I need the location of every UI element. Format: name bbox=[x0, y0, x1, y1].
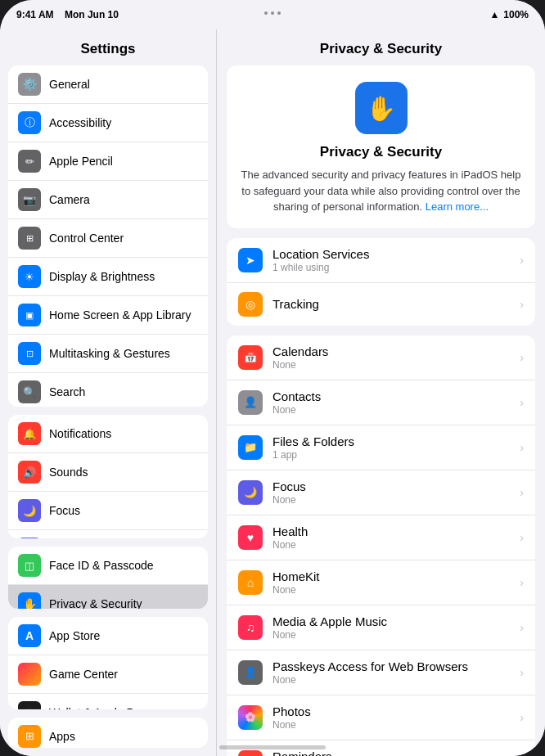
sidebar-label-game-center: Game Center bbox=[49, 668, 118, 681]
calendars-subtitle: None bbox=[272, 359, 520, 371]
sidebar-item-display[interactable]: ☀ Display & Brightness bbox=[8, 258, 208, 296]
focus-chevron: › bbox=[520, 486, 524, 499]
health-chevron: › bbox=[520, 531, 524, 544]
privacy-hand-icon: ✋ bbox=[366, 94, 396, 123]
privacy-card-desc: The advanced security and privacy featur… bbox=[240, 167, 522, 215]
contacts-icon: 👤 bbox=[238, 390, 263, 415]
passkeys-content: Passkeys Access for Web Browsers None bbox=[272, 659, 520, 686]
general-icon: ⚙️ bbox=[18, 73, 41, 96]
media-music-icon: ♫ bbox=[238, 615, 263, 640]
row-files-folders[interactable]: 📁 Files & Folders 1 app › bbox=[227, 425, 535, 470]
sidebar-label-face-id: Face ID & Passcode bbox=[49, 559, 154, 572]
status-date: Mon Jun 10 bbox=[65, 9, 119, 20]
wallet-icon: ▣ bbox=[18, 701, 41, 709]
homekit-chevron: › bbox=[520, 576, 524, 589]
search-icon: 🔍 bbox=[18, 380, 41, 403]
multitasking-icon: ⊡ bbox=[18, 342, 41, 365]
sidebar-item-general[interactable]: ⚙️ General bbox=[8, 65, 208, 104]
homekit-title: HomeKit bbox=[272, 569, 520, 583]
row-tracking[interactable]: ◎ Tracking › bbox=[227, 283, 535, 326]
sidebar-group-5: ⊞ Apps bbox=[8, 718, 208, 748]
sidebar-item-app-store[interactable]: A App Store bbox=[8, 617, 208, 655]
row-contacts[interactable]: 👤 Contacts None › bbox=[227, 380, 535, 425]
sidebar-label-accessibility: Accessibility bbox=[49, 116, 111, 129]
sidebar-item-accessibility[interactable]: ⓘ Accessibility bbox=[8, 104, 208, 142]
row-homekit[interactable]: ⌂ HomeKit None › bbox=[227, 560, 535, 605]
passkeys-subtitle: None bbox=[272, 674, 520, 686]
sidebar-item-search[interactable]: 🔍 Search bbox=[8, 373, 208, 407]
sidebar-item-game-center[interactable]: Game Center bbox=[8, 655, 208, 694]
wifi-icon: ▲ bbox=[489, 9, 499, 20]
contacts-title: Contacts bbox=[272, 389, 520, 403]
home-indicator bbox=[219, 745, 326, 749]
row-passkeys[interactable]: 👤 Passkeys Access for Web Browsers None … bbox=[227, 650, 535, 695]
sidebar-item-home-screen[interactable]: ▣ Home Screen & App Library bbox=[8, 296, 208, 335]
sidebar-item-wallet[interactable]: ▣ Wallet & Apple Pay bbox=[8, 694, 208, 709]
sidebar-label-search: Search bbox=[49, 385, 85, 398]
battery-indicator: 100% bbox=[503, 9, 529, 20]
sidebar-item-multitasking[interactable]: ⊡ Multitasking & Gestures bbox=[8, 335, 208, 373]
passkeys-chevron: › bbox=[520, 666, 524, 679]
contacts-chevron: › bbox=[520, 396, 524, 409]
sidebar: Settings ⚙️ General ⓘ Accessibility ✏ Ap… bbox=[0, 29, 217, 756]
contacts-subtitle: None bbox=[272, 404, 520, 416]
row-health[interactable]: ♥ Health None › bbox=[227, 515, 535, 560]
location-services-title: Location Services bbox=[272, 247, 520, 261]
contacts-content: Contacts None bbox=[272, 389, 520, 416]
row-media-music[interactable]: ♫ Media & Apple Music None › bbox=[227, 605, 535, 650]
files-folders-content: Files & Folders 1 app bbox=[272, 434, 520, 461]
sidebar-item-camera[interactable]: 📷 Camera bbox=[8, 181, 208, 219]
display-icon: ☀ bbox=[18, 265, 41, 288]
calendars-title: Calendars bbox=[272, 344, 520, 358]
sidebar-item-face-id[interactable]: ◫ Face ID & Passcode bbox=[8, 547, 208, 585]
homekit-subtitle: None bbox=[272, 584, 520, 596]
privacy-icon: ✋ bbox=[18, 592, 41, 608]
reminders-content: Reminders None bbox=[272, 749, 520, 757]
sidebar-item-focus[interactable]: 🌙 Focus bbox=[8, 492, 208, 530]
sidebar-item-sounds[interactable]: 🔊 Sounds bbox=[8, 453, 208, 492]
status-time: 9:41 AM bbox=[16, 9, 54, 20]
right-panel: Privacy & Security ✋ Privacy & Security … bbox=[217, 29, 545, 756]
sidebar-item-control-center[interactable]: ⊞ Control Center bbox=[8, 219, 208, 258]
row-calendars[interactable]: 📅 Calendars None › bbox=[227, 335, 535, 380]
focus-privacy-icon: 🌙 bbox=[238, 480, 263, 505]
sidebar-label-wallet: Wallet & Apple Pay bbox=[49, 706, 146, 709]
sidebar-label-apple-pencil: Apple Pencil bbox=[49, 155, 113, 168]
learn-more-link[interactable]: Learn more... bbox=[426, 200, 489, 213]
sidebar-label-general: General bbox=[49, 78, 90, 91]
sidebar-label-privacy: Privacy & Security bbox=[49, 597, 142, 608]
location-services-content: Location Services 1 while using bbox=[272, 247, 520, 273]
sidebar-label-app-store: App Store bbox=[49, 629, 100, 642]
learn-more-label: Learn more... bbox=[426, 200, 489, 213]
row-location-services[interactable]: ➤ Location Services 1 while using › bbox=[227, 238, 535, 283]
files-folders-title: Files & Folders bbox=[272, 434, 520, 448]
main-layout: Settings ⚙️ General ⓘ Accessibility ✏ Ap… bbox=[0, 29, 545, 756]
homekit-content: HomeKit None bbox=[272, 569, 520, 596]
row-photos[interactable]: 🌸 Photos None › bbox=[227, 695, 535, 740]
calendars-chevron: › bbox=[520, 351, 524, 364]
sidebar-item-screen-time[interactable]: X Screen Time bbox=[8, 530, 208, 538]
privacy-card-title: Privacy & Security bbox=[240, 144, 522, 160]
sidebar-item-privacy[interactable]: ✋ Privacy & Security bbox=[8, 585, 208, 608]
homekit-icon: ⌂ bbox=[238, 570, 263, 595]
sidebar-label-sounds: Sounds bbox=[49, 466, 88, 479]
location-services-chevron: › bbox=[520, 254, 524, 267]
sidebar-label-notifications: Notifications bbox=[49, 427, 111, 440]
photos-title: Photos bbox=[272, 704, 520, 718]
focus-title: Focus bbox=[272, 479, 520, 493]
sidebar-label-focus: Focus bbox=[49, 504, 80, 517]
focus-content: Focus None bbox=[272, 479, 520, 506]
status-bar: 9:41 AM Mon Jun 10 ▲ 100% bbox=[0, 0, 545, 29]
row-focus[interactable]: 🌙 Focus None › bbox=[227, 470, 535, 515]
accessibility-icon: ⓘ bbox=[18, 111, 41, 134]
sidebar-label-home-screen: Home Screen & App Library bbox=[49, 308, 191, 322]
sidebar-item-notifications[interactable]: 🔔 Notifications bbox=[8, 415, 208, 453]
calendars-icon: 📅 bbox=[238, 345, 263, 370]
photos-subtitle: None bbox=[272, 719, 520, 731]
photos-content: Photos None bbox=[272, 704, 520, 731]
tracking-icon: ◎ bbox=[238, 292, 263, 317]
sidebar-label-multitasking: Multitasking & Gestures bbox=[49, 347, 170, 360]
sidebar-item-apple-pencil[interactable]: ✏ Apple Pencil bbox=[8, 142, 208, 181]
apple-pencil-icon: ✏ bbox=[18, 150, 41, 173]
sidebar-item-apps[interactable]: ⊞ Apps bbox=[8, 718, 208, 748]
